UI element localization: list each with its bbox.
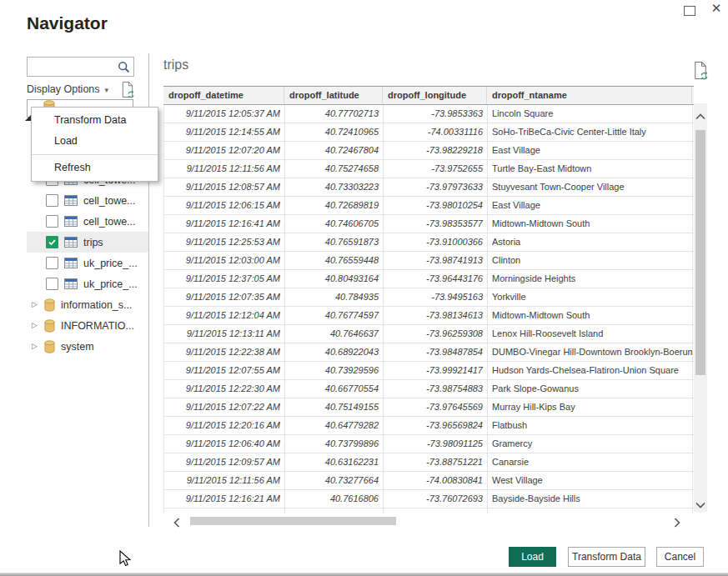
cell: 40.76559448 <box>285 252 384 269</box>
refresh-preview-icon[interactable] <box>692 61 708 80</box>
tree-item-label: uk_price_... <box>83 278 138 290</box>
cell: 40.74606705 <box>285 215 384 233</box>
scroll-right-icon[interactable] <box>674 516 684 526</box>
cell: Murray Hill-Kips Bay <box>488 398 693 416</box>
tree-item-informatio[interactable]: ▷INFORMATIO... <box>27 315 148 336</box>
cell: Clinton <box>488 252 693 269</box>
chevron-right-icon[interactable]: ▷ <box>32 336 40 357</box>
cell: 40.73799896 <box>285 435 384 453</box>
vertical-scrollbar[interactable] <box>694 103 707 512</box>
cell: 9/11/2015 12:07:55 AM <box>164 362 285 379</box>
cell: -73.96569824 <box>384 417 488 434</box>
cell: 40.66770554 <box>285 380 384 398</box>
column-header-dropoff-latitude[interactable]: dropoff_latitude <box>284 87 383 104</box>
table-row: 9/11/2015 12:09:57 AM40.63162231-73.8875… <box>163 453 694 472</box>
cell: -73.9495163 <box>384 288 488 306</box>
horizontal-scrollbar[interactable] <box>163 513 694 528</box>
table-icon <box>64 258 78 268</box>
table-row: 9/11/2015 12:07:20 AM40.72467804-73.9822… <box>163 142 694 160</box>
table-row: 9/11/2015 12:14:55 AM40.72410965-74.0033… <box>163 123 694 142</box>
checkbox-uk-price[interactable] <box>46 278 58 290</box>
tree-item-trips[interactable]: trips <box>27 232 148 253</box>
cell: -73.76072693 <box>384 490 488 508</box>
scroll-down-icon[interactable] <box>695 497 705 507</box>
table-row: 9/11/2015 12:16:41 AM40.74606705-73.9835… <box>163 215 694 233</box>
close-icon[interactable]: ✕ <box>709 1 724 16</box>
cell: -73.98229218 <box>384 142 488 159</box>
cell: 9/11/2015 12:20:16 AM <box>164 417 285 434</box>
cell: 9/11/2015 12:37:05 AM <box>164 270 285 288</box>
cell: 9/11/2015 12:06:15 AM <box>164 197 285 214</box>
cell: -74.00830841 <box>384 472 488 489</box>
cell: West Village <box>488 472 693 489</box>
cell: East Village <box>488 142 693 159</box>
maximize-icon[interactable] <box>684 6 695 16</box>
cell: 40.73929596 <box>285 362 384 379</box>
preview-table-body: 9/11/2015 12:05:37 AM40.77702713-73.9853… <box>163 105 694 527</box>
menu-item-transform-data[interactable]: Transform Data <box>32 110 158 131</box>
mouse-cursor <box>119 550 131 570</box>
cell: 9/11/2015 12:07:20 AM <box>164 142 285 159</box>
cell: 9/11/2015 12:25:53 AM <box>164 233 285 251</box>
scroll-up-icon[interactable] <box>695 108 705 118</box>
transform-data-button[interactable]: Transform Data <box>568 547 645 567</box>
cell: 9/11/2015 12:14:55 AM <box>164 123 285 141</box>
cell: 9/11/2015 12:11:56 AM <box>164 472 285 489</box>
database-icon <box>44 298 55 312</box>
column-header-dropoff-longitude[interactable]: dropoff_longitude <box>383 87 487 104</box>
preview-table: dropoff_datetimedropoff_latitudedropoff_… <box>163 86 694 527</box>
cell: -73.9853363 <box>384 105 488 123</box>
checkbox-trips[interactable] <box>46 236 58 248</box>
cell: -73.9752655 <box>384 160 488 178</box>
cell: 9/11/2015 12:22:30 AM <box>164 380 285 398</box>
horizontal-scrollbar-thumb[interactable] <box>190 517 396 525</box>
cell: -73.88751221 <box>384 453 488 471</box>
scroll-left-icon[interactable] <box>173 516 183 526</box>
checkbox-cell-towe[interactable] <box>46 215 58 228</box>
menu-item-refresh[interactable]: Refresh <box>32 158 158 178</box>
table-icon <box>64 278 78 289</box>
chevron-right-icon[interactable]: ▷ <box>32 294 40 315</box>
chevron-right-icon[interactable]: ▷ <box>32 315 40 336</box>
menu-item-load[interactable]: Load <box>32 131 158 152</box>
cell: 40.72410965 <box>285 123 384 141</box>
table-row: 9/11/2015 12:03:00 AM40.76559448-73.9874… <box>163 252 694 270</box>
cell: -73.98754883 <box>384 380 488 398</box>
cell: Bayside-Bayside Hills <box>488 490 693 508</box>
tree-item-uk-price[interactable]: uk_price_... <box>27 273 148 294</box>
tree-item-label: cell_towe... <box>83 216 136 228</box>
cell: Stuyvesant Town-Cooper Village <box>488 178 693 196</box>
cell: 9/11/2015 12:07:22 AM <box>164 398 285 416</box>
checkbox-cell-towe[interactable] <box>46 194 58 207</box>
tree-item-cell-towe[interactable]: cell_towe... <box>27 190 148 211</box>
column-header-dropoff-datetime[interactable]: dropoff_datetime <box>163 87 284 104</box>
tree-item-label: trips <box>83 237 103 248</box>
search-input[interactable] <box>29 59 119 76</box>
context-menu: Transform DataLoadRefresh <box>31 107 158 182</box>
column-header-dropoff-ntaname[interactable]: dropoff_ntaname <box>487 87 692 104</box>
cell: 40.77702713 <box>285 105 384 123</box>
tree-item-cell-towe[interactable]: cell_towe... <box>27 211 148 232</box>
load-button[interactable]: Load <box>509 547 556 567</box>
cell: Flatbush <box>488 417 693 434</box>
tree-item-information-s[interactable]: ▷information_s... <box>27 294 148 315</box>
checkbox-uk-price[interactable] <box>46 257 58 269</box>
cell: -73.98134613 <box>384 307 488 324</box>
table-row: 9/11/2015 12:07:22 AM40.75149155-73.9764… <box>163 398 694 417</box>
cell: DUMBO-Vinegar Hill-Downtown Brooklyn-Boe… <box>488 343 693 361</box>
cell: Morningside Heights <box>488 270 693 288</box>
cell: Astoria <box>488 233 693 251</box>
vertical-scrollbar-thumb[interactable] <box>695 130 705 375</box>
cell: Park Slope-Gowanus <box>488 380 693 398</box>
tree-item-uk-price[interactable]: uk_price_... <box>27 253 148 273</box>
search-icon[interactable] <box>118 61 131 74</box>
cell: Hudson Yards-Chelsea-Flatiron-Union Squa… <box>488 362 693 379</box>
display-options-dropdown[interactable]: Display Options▾ <box>27 83 108 95</box>
tree-item-system[interactable]: ▷system <box>27 336 148 357</box>
table-row: 9/11/2015 12:16:21 AM40.7616806-73.76072… <box>163 490 694 508</box>
refresh-preview-icon[interactable] <box>120 81 134 98</box>
cell: Midtown-Midtown South <box>488 215 693 233</box>
cell: -73.96259308 <box>384 325 488 343</box>
cell: -73.98741913 <box>384 252 488 269</box>
cancel-button[interactable]: Cancel <box>656 547 704 567</box>
